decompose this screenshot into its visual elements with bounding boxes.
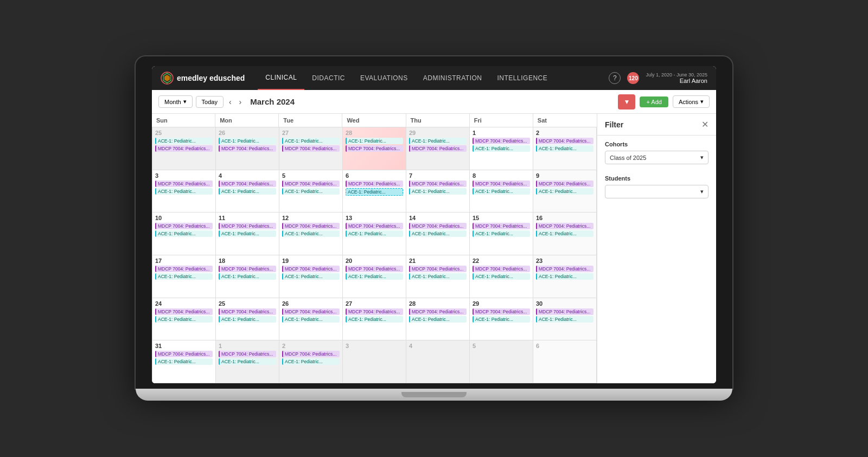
calendar-event[interactable]: ACE-1: Pediatric... <box>155 230 213 237</box>
calendar-event[interactable]: MDCP 7004: Pediatrics... <box>473 138 530 144</box>
calendar-cell-2-3[interactable]: 13MDCP 7004: Pediatrics...ACE-1: Pediatr… <box>343 213 406 255</box>
calendar-cell-0-3[interactable]: 28ACE-1: Pediatric...MDCP 7004: Pediatri… <box>343 127 406 170</box>
help-button[interactable]: ? <box>609 72 621 84</box>
calendar-event[interactable]: MDCP 7004: Pediatrics... <box>409 266 467 272</box>
calendar-cell-1-4[interactable]: 7MDCP 7004: Pediatrics...ACE-1: Pediatri… <box>406 170 470 213</box>
calendar-event[interactable]: MDCP 7004: Pediatrics... <box>282 308 340 315</box>
calendar-event[interactable]: ACE-1: Pediatric... <box>155 138 213 144</box>
notification-badge[interactable]: 120 <box>627 72 639 84</box>
calendar-cell-2-1[interactable]: 11MDCP 7004: Pediatrics...ACE-1: Pediatr… <box>216 213 279 255</box>
calendar-cell-4-5[interactable]: 29MDCP 7004: Pediatrics...ACE-1: Pediatr… <box>470 298 533 341</box>
calendar-event[interactable]: ACE-1: Pediatric... <box>473 145 530 152</box>
calendar-cell-4-1[interactable]: 25MDCP 7004: Pediatrics...ACE-1: Pediatr… <box>216 298 279 341</box>
calendar-cell-3-5[interactable]: 22MDCP 7004: Pediatrics...ACE-1: Pediatr… <box>470 255 533 298</box>
calendar-cell-3-0[interactable]: 17MDCP 7004: Pediatrics...ACE-1: Pediatr… <box>152 255 216 298</box>
calendar-event[interactable]: MDCP 7004: Pediatrics... <box>409 308 467 315</box>
calendar-event[interactable]: MDCP 7004: Pediatrics... <box>219 181 276 187</box>
calendar-cell-4-3[interactable]: 27MDCP 7004: Pediatrics...ACE-1: Pediatr… <box>343 298 406 341</box>
nav-item-clinical[interactable]: CLINICAL <box>258 66 304 90</box>
calendar-event[interactable]: ACE-1: Pediatric... <box>155 316 213 323</box>
calendar-event[interactable]: ACE-1: Pediatric... <box>282 316 340 323</box>
calendar-event[interactable]: ACE-1: Pediatric... <box>473 230 530 237</box>
calendar-event[interactable]: MDCP 7004: Pediatrics... <box>155 223 213 229</box>
calendar-event[interactable]: MDCP 7004: Pediatrics... <box>536 266 593 272</box>
calendar-cell-4-0[interactable]: 24MDCP 7004: Pediatrics...ACE-1: Pediatr… <box>152 298 216 341</box>
calendar-cell-0-2[interactable]: 27ACE-1: Pediatric...MDCP 7004: Pediatri… <box>279 127 343 170</box>
calendar-cell-3-6[interactable]: 23MDCP 7004: Pediatrics...ACE-1: Pediatr… <box>533 255 597 298</box>
calendar-cell-5-1[interactable]: 1MDCP 7004: Pediatrics...ACE-1: Pediatri… <box>216 340 279 383</box>
calendar-cell-2-2[interactable]: 12MDCP 7004: Pediatrics...ACE-1: Pediatr… <box>279 213 343 255</box>
calendar-event[interactable]: ACE-1: Pediatric... <box>219 316 276 323</box>
add-button[interactable]: + Add <box>640 96 668 107</box>
calendar-event[interactable]: ACE-1: Pediatric... <box>346 273 403 280</box>
calendar-cell-0-0[interactable]: 25ACE-1: Pediatric...MDCP 7004: Pediatri… <box>152 127 216 170</box>
calendar-event[interactable]: MDCP 7004: Pediatrics... <box>282 181 340 187</box>
calendar-cell-0-1[interactable]: 26ACE-1: Pediatric...MDCP 7004: Pediatri… <box>216 127 279 170</box>
calendar-event[interactable]: ACE-1: Pediatric... <box>282 188 340 195</box>
calendar-event[interactable]: MDCP 7004: Pediatrics... <box>282 351 340 357</box>
calendar-cell-3-4[interactable]: 21MDCP 7004: Pediatrics...ACE-1: Pediatr… <box>406 255 470 298</box>
calendar-cell-2-6[interactable]: 16MDCP 7004: Pediatrics...ACE-1: Pediatr… <box>533 213 597 255</box>
calendar-cell-1-2[interactable]: 5MDCP 7004: Pediatrics...ACE-1: Pediatri… <box>279 170 343 213</box>
calendar-event[interactable]: ACE-1: Pediatric... <box>536 230 593 237</box>
nav-item-didactic[interactable]: DIDACTIC <box>304 66 353 90</box>
calendar-cell-3-2[interactable]: 19MDCP 7004: Pediatrics...ACE-1: Pediatr… <box>279 255 343 298</box>
calendar-event[interactable]: MDCP 7004: Pediatrics... <box>536 223 593 229</box>
calendar-cell-5-6[interactable]: 6 <box>533 340 597 383</box>
calendar-event[interactable]: ACE-1: Pediatric... <box>473 316 530 323</box>
calendar-cell-5-4[interactable]: 4 <box>406 340 470 383</box>
calendar-cell-5-0[interactable]: 31MDCP 7004: Pediatrics...ACE-1: Pediatr… <box>152 340 216 383</box>
calendar-event[interactable]: ACE-1: Pediatric... <box>536 316 593 323</box>
calendar-event[interactable]: ACE-1: Pediatric... <box>282 230 340 237</box>
calendar-cell-3-3[interactable]: 20MDCP 7004: Pediatrics...ACE-1: Pediatr… <box>343 255 406 298</box>
calendar-event[interactable]: MDCP 7004: Pediatrics... <box>282 145 340 152</box>
calendar-cell-2-0[interactable]: 10MDCP 7004: Pediatrics...ACE-1: Pediatr… <box>152 213 216 255</box>
calendar-cell-5-5[interactable]: 5 <box>470 340 533 383</box>
calendar-event[interactable]: ACE-1: Pediatric... <box>282 138 340 144</box>
calendar-cell-1-3[interactable]: 6MDCP 7004: Pediatrics...ACE-1: Pediatri… <box>343 170 406 213</box>
calendar-event[interactable]: ACE-1: Pediatric... <box>219 358 276 365</box>
calendar-event[interactable]: MDCP 7004: Pediatrics... <box>473 223 530 229</box>
month-view-button[interactable]: Month ▾ <box>158 95 193 108</box>
calendar-event[interactable]: MDCP 7004: Pediatrics... <box>536 138 593 144</box>
calendar-cell-4-6[interactable]: 30MDCP 7004: Pediatrics...ACE-1: Pediatr… <box>533 298 597 341</box>
calendar-event[interactable]: MDCP 7004: Pediatrics... <box>473 308 530 315</box>
calendar-event[interactable]: ACE-1: Pediatric... <box>282 358 340 365</box>
nav-item-evaluations[interactable]: EVALUATIONS <box>353 66 416 90</box>
calendar-cell-0-5[interactable]: 1MDCP 7004: Pediatrics...ACE-1: Pediatri… <box>470 127 533 170</box>
calendar-cell-2-4[interactable]: 14MDCP 7004: Pediatrics...ACE-1: Pediatr… <box>406 213 470 255</box>
calendar-event[interactable]: MDCP 7004: Pediatrics... <box>346 181 403 187</box>
calendar-event[interactable]: ACE-1: Pediatric... <box>409 188 467 195</box>
calendar-event[interactable]: MDCP 7004: Pediatrics... <box>346 223 403 229</box>
nav-item-administration[interactable]: ADMINISTRATION <box>416 66 490 90</box>
actions-button[interactable]: Actions ▾ <box>673 95 710 108</box>
calendar-event[interactable]: ACE-1: Pediatric... <box>219 230 276 237</box>
calendar-cell-5-3[interactable]: 3 <box>343 340 406 383</box>
calendar-event[interactable]: MDCP 7004: Pediatrics... <box>346 266 403 272</box>
calendar-cell-4-4[interactable]: 28MDCP 7004: Pediatrics...ACE-1: Pediatr… <box>406 298 470 341</box>
calendar-event[interactable]: MDCP 7004: Pediatrics... <box>536 308 593 315</box>
calendar-cell-3-1[interactable]: 18MDCP 7004: Pediatrics...ACE-1: Pediatr… <box>216 255 279 298</box>
calendar-event[interactable]: MDCP 7004: Pediatrics... <box>409 223 467 229</box>
calendar-event[interactable]: MDCP 7004: Pediatrics... <box>536 181 593 187</box>
calendar-event[interactable]: ACE-1: Pediatric... <box>155 358 213 365</box>
calendar-event[interactable]: ACE-1: Pediatric... <box>282 273 340 280</box>
filter-close-button[interactable]: ✕ <box>701 119 709 130</box>
calendar-event[interactable]: MDCP 7004: Pediatrics... <box>346 145 403 152</box>
calendar-event[interactable]: ACE-1: Pediatric... <box>219 188 276 195</box>
calendar-event[interactable]: MDCP 7004: Pediatrics... <box>219 351 276 357</box>
calendar-event[interactable]: ACE-1: Pediatric... <box>219 273 276 280</box>
calendar-event[interactable]: MDCP 7004: Pediatrics... <box>155 308 213 315</box>
calendar-event[interactable]: ACE-1: Pediatric... <box>536 273 593 280</box>
calendar-cell-2-5[interactable]: 15MDCP 7004: Pediatrics...ACE-1: Pediatr… <box>470 213 533 255</box>
today-button[interactable]: Today <box>196 96 224 108</box>
cohorts-select[interactable]: Class of 2025 ▾ <box>605 151 709 164</box>
calendar-event[interactable]: MDCP 7004: Pediatrics... <box>473 266 530 272</box>
calendar-cell-1-6[interactable]: 9MDCP 7004: Pediatrics...ACE-1: Pediatri… <box>533 170 597 213</box>
calendar-event[interactable]: ACE-1: Pediatric... <box>346 188 403 196</box>
prev-month-button[interactable]: ‹ <box>227 96 234 107</box>
calendar-event[interactable]: ACE-1: Pediatric... <box>536 188 593 195</box>
calendar-event[interactable]: MDCP 7004: Pediatrics... <box>282 266 340 272</box>
calendar-event[interactable]: ACE-1: Pediatric... <box>409 138 467 144</box>
calendar-event[interactable]: ACE-1: Pediatric... <box>346 230 403 237</box>
